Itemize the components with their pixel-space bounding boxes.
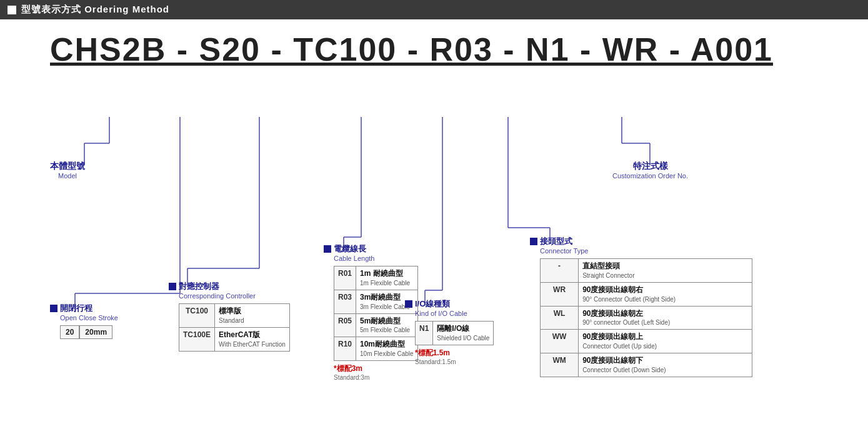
io-note-en: Standard:1.5m — [415, 358, 494, 365]
connector-desc: 直結型接頭 Straight Connector — [579, 259, 752, 283]
header-icon — [7, 6, 16, 14]
cable-desc: 1m 耐繞曲型 1m Flexible Cable — [356, 266, 418, 290]
connector-code: WW — [541, 330, 579, 353]
controller-row: TC100 標準版 Standard — [179, 304, 290, 328]
connector-row: WM 90度接頭出線朝下 Connector Outlet (Down Side… — [541, 353, 752, 377]
header-title: 型號表示方式 Ordering Method — [21, 4, 169, 16]
connector-code: WM — [541, 353, 579, 377]
controller-code: TC100 — [179, 304, 215, 328]
io-code: N1 — [416, 322, 433, 345]
connector-row: - 直結型接頭 Straight Connector — [541, 259, 752, 283]
header-bar: 型號表示方式 Ordering Method — [0, 0, 868, 19]
stroke-section: 開閉行程 Open Close Stroke 20 20mm — [50, 303, 118, 339]
stroke-code-box: 20 — [60, 325, 79, 339]
io-desc: 隔離I/O線 Shielded I/O Cable — [433, 322, 494, 345]
cable-code: R03 — [334, 290, 356, 313]
connector-desc: 90度接頭出線朝下 Connector Outlet (Down Side) — [579, 353, 752, 377]
connector-row: WW 90度接頭出線朝上 Connector Outlet (Up side) — [541, 330, 752, 353]
connector-row: WL 90度接頭出線朝左 90° connector Outlet (Left … — [541, 306, 752, 330]
controller-icon — [169, 283, 176, 290]
cable-note-en: Standard:3m — [334, 374, 418, 381]
controller-row: TC100E EtherCAT版 With EtherCAT Function — [179, 327, 290, 351]
stroke-icon — [50, 305, 57, 312]
cable-icon — [324, 245, 331, 253]
cable-code: R01 — [334, 266, 356, 290]
model-code: CHS2B - S20 - TC100 - R03 - N1 - WR - A0… — [12, 31, 856, 68]
controller-code: TC100E — [179, 327, 215, 351]
controller-desc: EtherCAT版 With EtherCAT Function — [215, 327, 290, 351]
cable-code: R05 — [334, 313, 356, 337]
cable-section: 電纜線長 Cable Length R01 1m 耐繞曲型 1m Flexibl… — [324, 243, 418, 381]
io-note-cn: *標配1.5m — [415, 348, 494, 358]
cable-code: R10 — [334, 337, 356, 361]
io-icon — [405, 300, 412, 308]
stroke-unit-box: 20mm — [79, 325, 112, 339]
connector-icon — [530, 238, 537, 245]
controller-desc: 標準版 Standard — [215, 304, 290, 328]
custom-label: 特注式樣 Customization Order No. — [612, 161, 688, 180]
connector-section: 接頭型式 Connector Type - 直結型接頭 Straight Con… — [530, 236, 752, 377]
model-label: 本體型號 Model — [50, 161, 85, 180]
io-row: N1 隔離I/O線 Shielded I/O Cable — [416, 322, 494, 345]
io-section: I/O線種類 Kind of I/O Cable N1 隔離I/O線 Shiel… — [405, 298, 494, 365]
connector-row: WR 90度接頭出線朝右 90° Connector Outlet (Right… — [541, 282, 752, 306]
cable-row: R01 1m 耐繞曲型 1m Flexible Cable — [334, 266, 418, 290]
connector-code: WR — [541, 282, 579, 306]
connector-desc: 90度接頭出線朝右 90° Connector Outlet (Right Si… — [579, 282, 752, 306]
connector-code: WL — [541, 306, 579, 330]
controller-section: 對應控制器 Corresponding Controller TC100 標準版… — [169, 281, 290, 352]
connector-desc: 90度接頭出線朝左 90° connector Outlet (Left Sid… — [579, 306, 752, 330]
connector-desc: 90度接頭出線朝上 Connector Outlet (Up side) — [579, 330, 752, 353]
connector-code: - — [541, 259, 579, 283]
